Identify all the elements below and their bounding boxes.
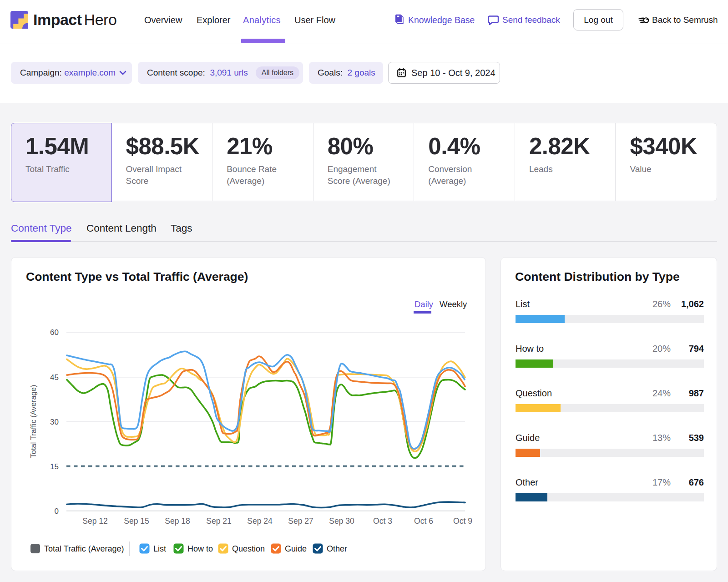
- svg-text:Sep 27: Sep 27: [288, 516, 313, 526]
- svg-text:Sep 30: Sep 30: [329, 516, 354, 526]
- svg-text:Sep 12: Sep 12: [82, 516, 107, 526]
- svg-text:Sep 24: Sep 24: [247, 516, 273, 526]
- svg-text:Sep 15: Sep 15: [124, 516, 149, 526]
- svg-text:Total Traffic (Average): Total Traffic (Average): [29, 385, 37, 458]
- svg-text:45: 45: [50, 373, 59, 382]
- svg-text:Sep 18: Sep 18: [165, 516, 190, 526]
- svg-text:15: 15: [50, 462, 59, 471]
- svg-text:Oct 3: Oct 3: [373, 516, 392, 526]
- svg-text:0: 0: [55, 507, 59, 516]
- svg-text:Sep 21: Sep 21: [206, 516, 231, 526]
- svg-text:30: 30: [50, 418, 59, 426]
- svg-text:Oct 6: Oct 6: [414, 516, 433, 526]
- svg-text:60: 60: [50, 328, 59, 337]
- svg-text:Oct 9: Oct 9: [453, 516, 472, 526]
